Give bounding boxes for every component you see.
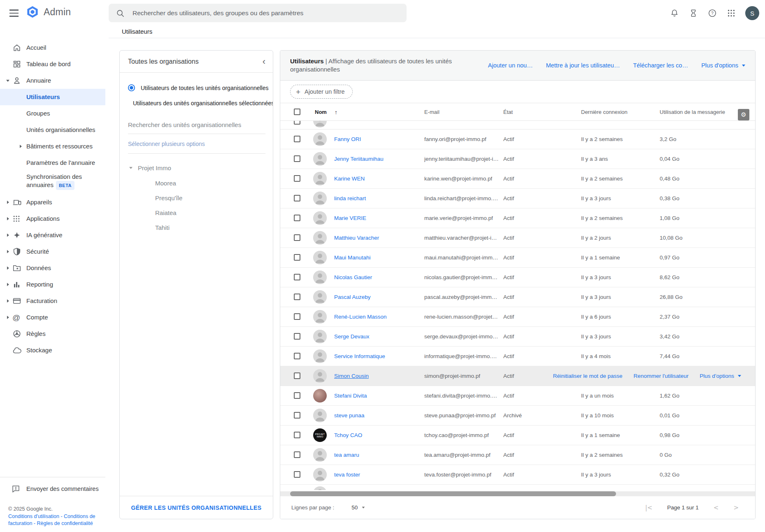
row-checkbox[interactable]	[294, 215, 300, 221]
bell-icon[interactable]	[670, 8, 679, 18]
rename-user-button[interactable]: Renommer l'utilisateur	[633, 373, 688, 379]
user-name-link[interactable]: Karine WEN	[334, 176, 365, 182]
table-row[interactable]: Fanny ORIfanny.ori@projet-immo.pfActifIl…	[280, 130, 755, 149]
send-feedback-button[interactable]: Envoyer des commentaires	[0, 477, 105, 494]
user-name-link[interactable]: Simon Cousin	[334, 373, 369, 379]
prev-page-icon[interactable]: <	[714, 504, 719, 511]
row-checkbox[interactable]	[294, 175, 300, 182]
table-row[interactable]: linda reichartlinda.reichart@projet-immo…	[280, 189, 755, 208]
row-checkbox[interactable]	[294, 313, 300, 320]
table-row[interactable]: Pascal Auzebypascal.auzeby@projet-imm…Ac…	[280, 287, 755, 307]
hourglass-icon[interactable]	[688, 8, 698, 18]
sidebar-item-annuaire[interactable]: Annuaire	[0, 72, 105, 89]
table-row[interactable]: PROJET IMMOTchoy CAOtchoy.cao@projet-imm…	[280, 426, 755, 445]
row-checkbox[interactable]	[294, 121, 300, 125]
table-row[interactable]: Nicolas Gautiernicolas.gautier@projet-im…	[280, 268, 755, 287]
apps-grid-icon[interactable]	[726, 8, 736, 18]
chevron-right-icon[interactable]	[7, 250, 9, 253]
user-name-link[interactable]: Jenny Teriitaumihau	[334, 156, 384, 162]
row-checkbox[interactable]	[294, 254, 300, 261]
row-checkbox[interactable]	[294, 432, 300, 438]
multi-select-link[interactable]: Sélectionner plusieurs options	[128, 141, 265, 154]
column-header-utilisation-messagerie[interactable]: Utilisation de la messagerie	[660, 109, 725, 115]
add-filter-chip[interactable]: + Ajouter un filtre	[290, 85, 353, 99]
table-row[interactable]: teva fosterteva.foster@projet-immo.pfAct…	[280, 465, 755, 485]
org-tree-item[interactable]: Tahiti	[120, 220, 273, 235]
sidebar-item-applications[interactable]: Applications	[0, 210, 105, 227]
sidebar-item-appareils[interactable]: Appareils	[0, 194, 105, 210]
sidebar-item-tableau-de-bord[interactable]: Tableau de bord	[0, 56, 105, 72]
chevron-right-icon[interactable]	[7, 201, 9, 204]
user-name-link[interactable]: Tchoy CAO	[334, 432, 362, 438]
download-users-button[interactable]: Télécharger les co…	[633, 62, 688, 69]
table-row[interactable]: Simon Cousinsimon@projet-immo.pfActifRéi…	[280, 366, 755, 386]
user-name-link[interactable]: Serge Devaux	[334, 333, 370, 340]
row-checkbox[interactable]	[294, 155, 300, 162]
column-header-derniere-connexion[interactable]: Dernière connexion	[581, 109, 628, 115]
row-checkbox[interactable]	[294, 412, 300, 419]
more-options-button[interactable]: Plus d'options	[701, 62, 745, 69]
column-header-email[interactable]: E-mail	[424, 109, 439, 115]
chevron-right-icon[interactable]	[20, 145, 22, 148]
column-header-nom[interactable]: Nom	[315, 109, 327, 115]
row-checkbox[interactable]	[294, 294, 300, 300]
row-checkbox[interactable]	[294, 195, 300, 201]
rows-per-page-select[interactable]: 50	[351, 504, 365, 511]
user-name-link[interactable]: Service Informatique	[334, 353, 385, 359]
manage-org-units-button[interactable]: GÉRER LES UNITÉS ORGANISATIONNELLES	[120, 496, 273, 519]
sidebar-item-synchronisation-des-annuaires[interactable]: Synchronisation des annuairesBETA	[0, 171, 105, 194]
account-avatar[interactable]: S	[745, 6, 759, 20]
sidebar-item-groupes[interactable]: Groupes	[0, 105, 105, 122]
sidebar-item-compte[interactable]: @Compte	[0, 309, 105, 326]
user-name-link[interactable]: tea amaru	[334, 452, 359, 458]
row-checkbox[interactable]	[294, 353, 300, 359]
user-name-link[interactable]: Maui Manutahi	[334, 254, 371, 261]
chevron-right-icon[interactable]	[7, 283, 9, 286]
search-input[interactable]: Rechercher des utilisateurs, des groupes…	[109, 4, 407, 22]
chevron-right-icon[interactable]	[7, 266, 9, 270]
table-row[interactable]: steve punaasteve.punaa@projet-immo.pfArc…	[280, 406, 755, 426]
sidebar-item-facturation[interactable]: Facturation	[0, 293, 105, 309]
sort-ascending-icon[interactable]: ↑	[335, 109, 337, 116]
table-row[interactable]: Maui Manutahimaui.manutahi@projet-imm…Ac…	[280, 248, 755, 268]
column-header-etat[interactable]: État	[503, 109, 513, 115]
user-name-link[interactable]: teva foster	[334, 472, 360, 478]
sidebar-item-unites-organisationnelles[interactable]: Unités organisationnelles	[0, 122, 105, 138]
chevron-down-icon[interactable]	[6, 80, 9, 82]
next-page-icon[interactable]: >	[733, 504, 739, 511]
row-checkbox[interactable]	[294, 392, 300, 399]
sidebar-item-reporting[interactable]: Reporting	[0, 276, 105, 293]
user-name-link[interactable]: Matthieu Varacher	[334, 235, 379, 241]
row-checkbox[interactable]	[294, 136, 300, 142]
user-name-link[interactable]: Fanny ORI	[334, 136, 361, 142]
first-page-icon[interactable]: |<	[645, 504, 653, 511]
table-row[interactable]: tea amarutea.amaru@projet-immo.pfActifIl…	[280, 445, 755, 465]
table-row[interactable]: Jenny Teriitaumihaujenny.teriitaumihau@p…	[280, 149, 755, 169]
column-settings-gear-icon[interactable]: ⚙	[738, 109, 749, 120]
legal-links[interactable]: Conditions d'utilisation - Conditions de…	[8, 513, 97, 527]
table-row[interactable]: René-Lucien Massonrene-lucien.masson@pro…	[280, 307, 755, 327]
sidebar-item-stockage[interactable]: Stockage	[0, 342, 105, 359]
table-row[interactable]: Karine WENkarine.wen@projet-immo.pfActif…	[280, 169, 755, 189]
table-row[interactable]: Serge Devauxserge.devaux@projet-immo…Act…	[280, 327, 755, 347]
user-name-link[interactable]: Stefani Divita	[334, 393, 367, 399]
chevron-right-icon[interactable]	[7, 299, 9, 303]
org-tree-item[interactable]: Raiatea	[120, 205, 273, 220]
collapse-panel-icon[interactable]: ‹	[263, 57, 265, 66]
org-tree-item[interactable]: Moorea	[120, 176, 273, 190]
user-name-link[interactable]: Pascal Auzeby	[334, 294, 371, 300]
radio-all-org-units[interactable]: Utilisateurs de toutes les unités organi…	[120, 80, 273, 95]
table-row[interactable]: Service Informatiqueinformatique@projet-…	[280, 347, 755, 366]
select-all-checkbox[interactable]	[294, 109, 300, 115]
radio-selected-org-units[interactable]: Utilisateurs des unités organisationnell…	[120, 95, 273, 111]
row-checkbox[interactable]	[294, 234, 300, 241]
table-row[interactable]: Stefani Divitastefani.divita@projet-immo…	[280, 386, 755, 406]
user-name-link[interactable]: René-Lucien Masson	[334, 314, 387, 320]
sidebar-item-utilisateurs[interactable]: Utilisateurs	[0, 89, 105, 105]
row-checkbox[interactable]	[294, 274, 300, 280]
chevron-right-icon[interactable]	[7, 316, 9, 319]
sidebar-item-parametres-de-l-annuaire[interactable]: Paramètres de l'annuaire	[0, 155, 105, 171]
table-row[interactable]: Marie VERIEmarie.verie@projet-immo.pfAct…	[280, 208, 755, 228]
row-checkbox[interactable]	[294, 372, 300, 379]
add-user-button[interactable]: Ajouter un nou…	[488, 62, 533, 69]
